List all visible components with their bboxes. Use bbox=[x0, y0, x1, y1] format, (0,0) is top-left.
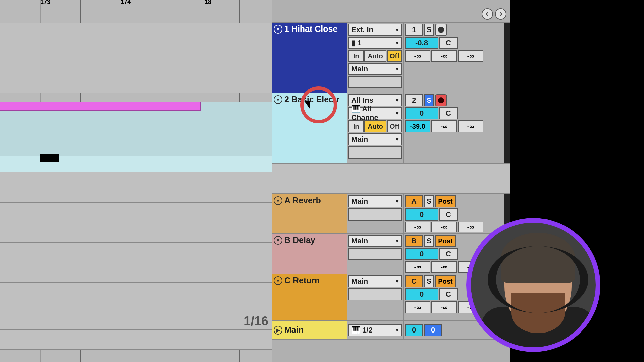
monitor-auto-button[interactable]: Auto bbox=[364, 120, 386, 132]
monitor-off-button[interactable]: Off bbox=[387, 50, 402, 62]
send-b[interactable]: -∞ bbox=[431, 50, 457, 62]
pan-field[interactable]: C bbox=[439, 37, 458, 49]
send-b[interactable]: -∞ bbox=[431, 261, 457, 273]
nav-back-button[interactable] bbox=[482, 8, 493, 20]
output-sub[interactable] bbox=[348, 248, 402, 260]
send-a[interactable]: -∞ bbox=[405, 261, 430, 273]
send-a[interactable]: -∞ bbox=[405, 301, 430, 313]
monitor-in-button[interactable]: In bbox=[348, 120, 364, 132]
track-header-electric[interactable]: ▼ 2 Basic Electr bbox=[272, 93, 347, 163]
fold-icon[interactable]: ▼ bbox=[274, 25, 282, 34]
input-channel-select[interactable]: 🎹 All Channe▼ bbox=[348, 107, 402, 119]
timeline-panel[interactable]: re 173 174 18 1/16 bbox=[0, 0, 272, 362]
track-header-creturn[interactable]: ▼ C Return bbox=[272, 274, 347, 320]
input-type-select[interactable]: Ext. In▼ bbox=[348, 24, 402, 36]
arm-button[interactable] bbox=[435, 94, 447, 106]
post-button[interactable]: Post bbox=[435, 195, 456, 207]
post-button[interactable]: Post bbox=[435, 275, 456, 287]
track-header-main[interactable]: ▶ Main bbox=[272, 321, 347, 339]
arm-button[interactable] bbox=[435, 24, 447, 36]
track-header-hihat[interactable]: ▼ 1 Hihat Close bbox=[272, 23, 347, 93]
lane-creturn[interactable]: 1/16 bbox=[0, 283, 272, 330]
monitor-off-button[interactable]: Off bbox=[387, 120, 402, 132]
lane-gap bbox=[0, 172, 272, 202]
volume-field[interactable]: -0.8 bbox=[405, 37, 438, 49]
output-select[interactable]: Main▼ bbox=[348, 133, 402, 145]
input-channel-select[interactable]: ▮ 1▼ bbox=[348, 37, 402, 49]
main-output-select[interactable]: 🎹 1/2▼ bbox=[348, 324, 402, 336]
lane-hihat[interactable] bbox=[0, 23, 272, 93]
grid-signature[interactable]: 1/16 bbox=[244, 314, 268, 328]
volume-field[interactable]: 0 bbox=[405, 248, 438, 260]
volume-field[interactable]: 0 bbox=[405, 107, 438, 119]
io-column: Main▼ bbox=[347, 194, 404, 233]
pan-field[interactable]: C bbox=[439, 208, 458, 221]
send-b[interactable]: -∞ bbox=[431, 120, 457, 132]
solo-button[interactable]: S bbox=[424, 24, 434, 36]
pan-field[interactable]: C bbox=[439, 107, 458, 119]
fold-icon[interactable]: ▼ bbox=[274, 196, 282, 205]
mixer-top bbox=[272, 0, 510, 23]
pan-field[interactable]: C bbox=[439, 288, 458, 300]
solo-button[interactable]: S bbox=[424, 275, 434, 287]
monitor-auto-button[interactable]: Auto bbox=[364, 50, 386, 62]
track-name: A Reverb bbox=[284, 196, 321, 205]
ruler-marker: 18 bbox=[205, 0, 211, 6]
solo-button[interactable]: S bbox=[424, 195, 434, 207]
volume-field[interactable]: 0 bbox=[405, 208, 438, 221]
lane-electric[interactable] bbox=[0, 102, 272, 172]
chevron-down-icon: ▼ bbox=[395, 27, 399, 33]
midi-clip[interactable] bbox=[0, 102, 201, 111]
main-strip: ▶ Main 🎹 1/2▼ 0 0 bbox=[272, 321, 510, 340]
controls-column: A S Post 0 C -∞ -∞ -∞ bbox=[404, 194, 504, 233]
fold-icon[interactable]: ▼ bbox=[274, 236, 282, 245]
output-select[interactable]: Main▼ bbox=[348, 275, 402, 287]
chevron-down-icon: ▼ bbox=[395, 199, 399, 204]
output-select[interactable]: Main▼ bbox=[348, 235, 402, 247]
output-sub[interactable] bbox=[348, 288, 402, 300]
lane-delay[interactable] bbox=[0, 243, 272, 283]
chevron-down-icon: ▼ bbox=[395, 66, 399, 72]
play-icon[interactable]: ▶ bbox=[274, 326, 282, 335]
send-c[interactable]: -∞ bbox=[458, 120, 483, 132]
track-activator[interactable]: 2 bbox=[405, 94, 423, 106]
peak-level[interactable]: -39.0 bbox=[405, 120, 430, 132]
volume-field[interactable]: 0 bbox=[405, 288, 438, 300]
track-activator[interactable]: B bbox=[405, 235, 423, 247]
track-activator[interactable]: C bbox=[405, 275, 423, 287]
drop-area[interactable] bbox=[272, 164, 510, 194]
io-column: 🎹 1/2▼ bbox=[347, 321, 404, 339]
solo-button[interactable]: S bbox=[424, 94, 434, 106]
output-select[interactable]: Main▼ bbox=[348, 63, 402, 75]
track-header-delay[interactable]: ▼ B Delay bbox=[272, 234, 347, 274]
output-sub[interactable] bbox=[348, 146, 402, 159]
track-activator[interactable]: A bbox=[405, 195, 423, 207]
track-activator[interactable]: 1 bbox=[405, 24, 423, 36]
nav-forward-button[interactable] bbox=[495, 8, 506, 20]
send-a[interactable]: -∞ bbox=[405, 50, 430, 62]
level-meter bbox=[504, 23, 510, 93]
lane-reverb[interactable] bbox=[0, 202, 272, 243]
fold-icon[interactable]: ▼ bbox=[274, 95, 282, 104]
lane-main[interactable] bbox=[0, 330, 272, 350]
output-sub[interactable] bbox=[348, 76, 402, 88]
level-meter bbox=[504, 93, 510, 163]
chevron-down-icon: ▼ bbox=[395, 137, 399, 142]
output-select[interactable]: Main▼ bbox=[348, 195, 402, 207]
solo-button[interactable]: S bbox=[424, 235, 434, 247]
fold-icon[interactable]: ▼ bbox=[274, 276, 282, 285]
send-b[interactable]: -∞ bbox=[431, 301, 457, 313]
post-button[interactable]: Post bbox=[435, 235, 456, 247]
monitor-in-button[interactable]: In bbox=[348, 50, 364, 62]
pan-field[interactable]: C bbox=[439, 248, 458, 260]
main-volume[interactable]: 0 bbox=[405, 324, 423, 336]
cue-volume[interactable]: 0 bbox=[424, 324, 442, 336]
send-b[interactable]: -∞ bbox=[431, 222, 457, 232]
track-header-reverb[interactable]: ▼ A Reverb bbox=[272, 194, 347, 233]
midi-note[interactable] bbox=[40, 154, 59, 162]
send-c[interactable]: -∞ bbox=[458, 50, 483, 62]
send-a[interactable]: -∞ bbox=[405, 222, 430, 232]
track-name: 2 Basic Electr bbox=[284, 95, 339, 104]
output-sub[interactable] bbox=[348, 208, 402, 221]
send-c[interactable]: -∞ bbox=[458, 222, 483, 232]
